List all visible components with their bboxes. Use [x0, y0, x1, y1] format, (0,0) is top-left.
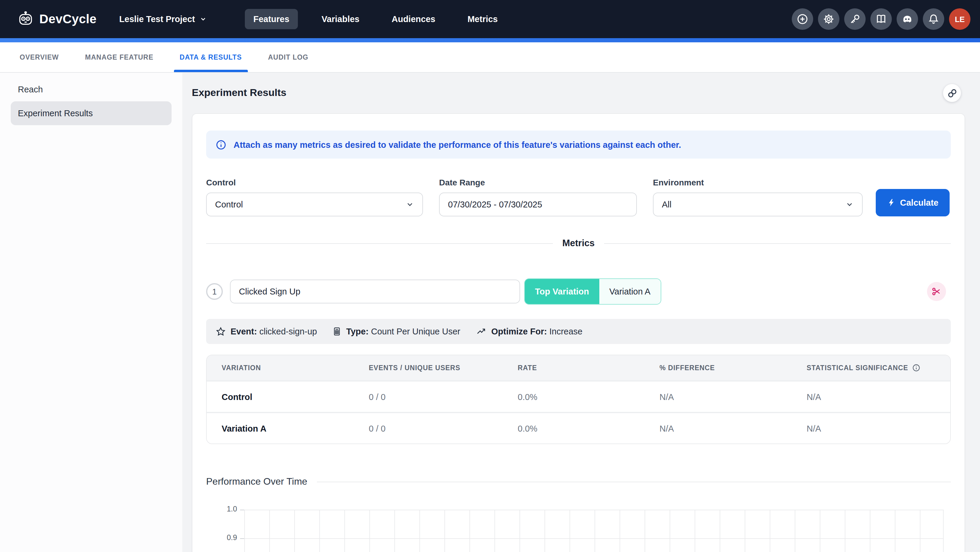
filters-row: Control Control Date Range 07/30/2025 - … [206, 178, 951, 216]
performance-section: Performance Over Time 1.0 0.9 [206, 476, 951, 552]
top-navigation: DevCycle Leslie Test Project Features Va… [0, 0, 980, 38]
date-range-label: Date Range [439, 178, 637, 187]
main-panel: Experiment Results Attach as many metric… [182, 73, 980, 552]
bell-icon [928, 13, 940, 25]
chart-plot-area [244, 510, 943, 552]
col-difference: % DIFFERENCE [660, 364, 807, 372]
create-button[interactable] [792, 8, 813, 30]
calculate-button[interactable]: Calculate [876, 189, 950, 216]
row-difference: N/A [660, 392, 807, 402]
app-root: DevCycle Leslie Test Project Features Va… [0, 0, 980, 552]
col-events: EVENTS / UNIQUE USERS [369, 364, 518, 372]
banner-text: Attach as many metrics as desired to val… [234, 140, 681, 149]
table-row: Variation A 0 / 0 0.0% N/A N/A [207, 412, 950, 444]
toggle-top-variation[interactable]: Top Variation [525, 279, 599, 304]
type-value: Count Per Unique User [371, 327, 460, 336]
experiment-results-card: Attach as many metrics as desired to val… [192, 113, 965, 552]
type-detail: Type: Count Per Unique User [332, 327, 460, 336]
tab-overview[interactable]: OVERVIEW [20, 42, 59, 72]
control-select[interactable]: Control [206, 193, 423, 216]
user-avatar[interactable]: LE [949, 8, 970, 30]
event-detail: Event: clicked-sign-up [216, 326, 317, 337]
tab-manage-feature[interactable]: MANAGE FEATURE [85, 42, 154, 72]
info-icon [216, 139, 226, 150]
nav-item-variables[interactable]: Variables [313, 9, 368, 29]
control-label: Control [206, 178, 423, 187]
event-value: clicked-sign-up [259, 327, 317, 336]
chevron-down-icon [406, 200, 414, 209]
key-icon [849, 13, 861, 25]
control-select-value: Control [215, 200, 243, 209]
col-variation: VARIATION [222, 364, 369, 372]
discord-icon [901, 13, 913, 25]
chevron-down-icon [845, 200, 854, 209]
lightning-icon [887, 198, 896, 207]
performance-chart: 1.0 0.9 [206, 498, 951, 552]
page-header: Experiment Results [182, 73, 980, 113]
y-tick-2: 0.9 [206, 533, 237, 542]
link-icon [947, 88, 957, 98]
tab-audit-log[interactable]: AUDIT LOG [268, 42, 309, 72]
optimize-label: Optimize For: [491, 327, 547, 336]
col-rate: RATE [518, 364, 660, 372]
row-events: 0 / 0 [369, 424, 518, 433]
devcycle-logo[interactable]: DevCycle [18, 11, 97, 27]
environment-select[interactable]: All [653, 193, 863, 216]
calculate-label: Calculate [900, 198, 939, 207]
copy-link-button[interactable] [943, 84, 961, 102]
y-tick-1: 1.0 [206, 505, 237, 513]
calculator-icon [332, 327, 341, 336]
settings-button[interactable] [818, 8, 839, 30]
metrics-divider: Metrics [206, 238, 951, 249]
remove-metric-button[interactable] [927, 282, 946, 301]
row-significance: N/A [807, 424, 950, 433]
primary-nav: Features Variables Audiences Metrics [245, 9, 506, 29]
api-keys-button[interactable] [844, 8, 865, 30]
feature-tabbar: OVERVIEW MANAGE FEATURE DATA & RESULTS A… [0, 42, 980, 73]
book-icon [875, 13, 887, 25]
nav-item-audiences[interactable]: Audiences [383, 9, 444, 29]
optimize-value: Increase [549, 327, 582, 336]
nav-item-features[interactable]: Features [245, 9, 298, 29]
notifications-button[interactable] [923, 8, 944, 30]
star-icon [216, 326, 226, 337]
docs-button[interactable] [870, 8, 892, 30]
row-events: 0 / 0 [369, 392, 518, 402]
sidebar-item-reach[interactable]: Reach [11, 78, 172, 101]
results-table: VARIATION EVENTS / UNIQUE USERS RATE % D… [206, 355, 951, 444]
content-area: Reach Experiment Results Experiment Resu… [0, 73, 980, 552]
row-difference: N/A [660, 424, 807, 433]
accent-strip [0, 38, 980, 42]
metrics-divider-label: Metrics [562, 238, 595, 249]
metric-row: 1 Top Variation Variation A [206, 278, 951, 305]
plus-circle-icon [797, 13, 808, 25]
metric-details-bar: Event: clicked-sign-up Type: Count Per U… [206, 319, 951, 344]
sidebar: Reach Experiment Results [0, 73, 182, 552]
tab-data-and-results[interactable]: DATA & RESULTS [180, 42, 242, 72]
gear-icon [823, 13, 835, 25]
optimize-detail: Optimize For: Increase [476, 327, 582, 336]
metric-index-badge: 1 [206, 283, 223, 300]
discord-button[interactable] [897, 8, 918, 30]
nav-actions: LE [792, 8, 970, 30]
scissors-icon [932, 287, 941, 296]
date-range-value: 07/30/2025 - 07/30/2025 [448, 200, 542, 209]
row-rate: 0.0% [518, 424, 660, 433]
info-icon[interactable] [912, 364, 921, 372]
col-significance: STATISTICAL SIGNIFICANCE [807, 364, 950, 372]
sidebar-item-experiment-results[interactable]: Experiment Results [11, 101, 172, 125]
environment-label: Environment [653, 178, 863, 187]
project-selector[interactable]: Leslie Test Project [119, 14, 207, 24]
metric-name-input[interactable] [230, 279, 520, 303]
row-rate: 0.0% [518, 392, 660, 402]
project-name: Leslie Test Project [119, 14, 195, 24]
toggle-variation-a[interactable]: Variation A [599, 279, 661, 304]
nav-item-metrics[interactable]: Metrics [459, 9, 506, 29]
table-row: Control 0 / 0 0.0% N/A N/A [207, 380, 950, 412]
page-title: Experiment Results [192, 87, 286, 99]
performance-title: Performance Over Time [206, 476, 307, 487]
variation-toggle: Top Variation Variation A [524, 278, 661, 305]
date-range-input[interactable]: 07/30/2025 - 07/30/2025 [439, 193, 637, 216]
row-significance: N/A [807, 392, 950, 402]
chevron-down-icon [200, 16, 207, 23]
